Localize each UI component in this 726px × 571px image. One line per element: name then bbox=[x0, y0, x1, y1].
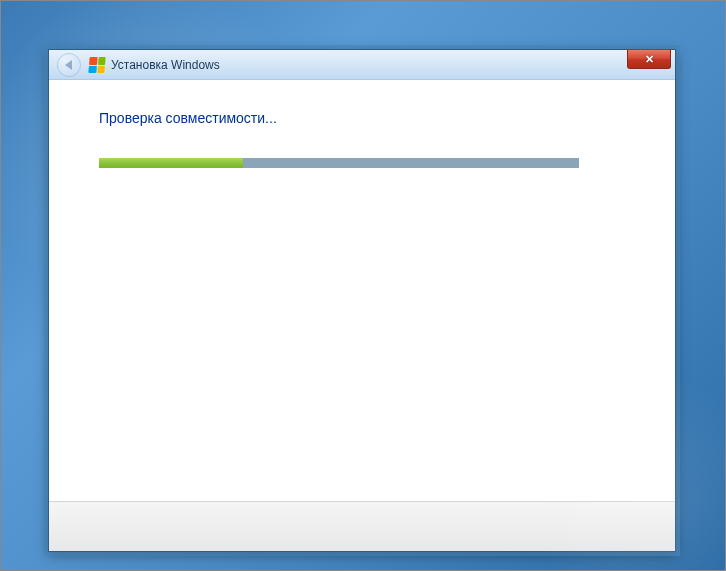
progress-fill bbox=[99, 158, 243, 168]
status-heading: Проверка совместимости... bbox=[99, 110, 625, 126]
windows-flag-icon bbox=[88, 57, 105, 73]
content-area: Проверка совместимости... bbox=[49, 80, 675, 501]
window-title: Установка Windows bbox=[111, 58, 220, 72]
installer-window: Установка Windows ✕ Проверка совместимос… bbox=[48, 49, 676, 552]
back-button[interactable] bbox=[57, 53, 81, 77]
close-button[interactable]: ✕ bbox=[627, 50, 671, 69]
titlebar: Установка Windows ✕ bbox=[49, 50, 675, 80]
back-arrow-icon bbox=[65, 60, 72, 70]
progress-bar bbox=[99, 158, 579, 168]
close-icon: ✕ bbox=[645, 53, 654, 66]
footer-panel bbox=[49, 501, 675, 551]
